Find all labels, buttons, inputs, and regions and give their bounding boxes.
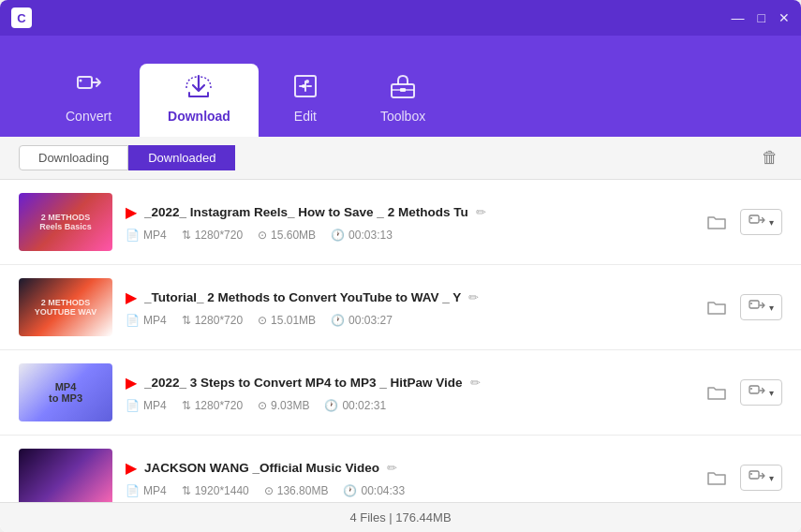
file-title-3: _2022_ 3 Steps to Convert MP4 to MP3 _ H… — [144, 376, 463, 390]
sub-tabs-bar: Downloading Downloaded 🗑 — [0, 137, 801, 180]
convert-icon — [76, 73, 102, 103]
trash-button[interactable]: 🗑 — [758, 144, 782, 171]
format-icon-3: 📄 — [126, 399, 140, 412]
duration-3: 00:02:31 — [342, 399, 386, 412]
title-bar: C — □ ✕ — [0, 0, 801, 36]
toolbox-icon — [390, 73, 416, 103]
format-4: MP4 — [143, 484, 167, 497]
edit-title-icon-4[interactable]: ✏ — [387, 461, 397, 475]
duration-1: 00:03:13 — [349, 229, 393, 242]
subtab-downloaded[interactable]: Downloaded — [128, 145, 235, 170]
resolution-1: 1280*720 — [195, 229, 243, 242]
clock-icon-4: 🕐 — [343, 484, 357, 497]
footer: 4 Files | 176.44MB — [0, 502, 801, 532]
convert-button-3[interactable]: ▾ — [740, 379, 782, 406]
file-list: 2 METHODSReels Basics ▶ _2022_ Instagram… — [0, 180, 801, 502]
svg-rect-6 — [400, 88, 406, 92]
list-item: ▶ JACKSON WANG _Official Music Video ✏ 📄… — [0, 436, 801, 502]
file-info-4: ▶ JACKSON WANG _Official Music Video ✏ 📄… — [126, 459, 690, 497]
format-3: MP4 — [143, 399, 167, 412]
download-label: Download — [168, 109, 230, 124]
resolution-4: 1920*1440 — [195, 484, 249, 497]
resolution-icon-4: ⇅ — [182, 484, 191, 497]
svg-rect-11 — [749, 386, 759, 393]
svg-rect-9 — [749, 301, 759, 308]
format-icon-1: 📄 — [126, 229, 140, 242]
duration-4: 00:04:33 — [361, 484, 405, 497]
clock-icon-3: 🕐 — [324, 399, 338, 412]
resolution-icon-2: ⇅ — [182, 314, 191, 327]
window-controls: — □ ✕ — [732, 11, 790, 24]
maximize-button[interactable]: □ — [758, 11, 765, 24]
tab-download[interactable]: Download — [140, 64, 259, 137]
youtube-icon: ▶ — [126, 459, 137, 477]
resolution-3: 1280*720 — [195, 399, 243, 412]
size-2: 15.01MB — [271, 314, 316, 327]
youtube-icon: ▶ — [126, 203, 137, 221]
minimize-button[interactable]: — — [732, 11, 745, 24]
download-icon — [185, 73, 212, 103]
file-actions-4: ▾ — [703, 464, 782, 492]
tab-edit[interactable]: Edit — [259, 64, 352, 137]
file-summary: 4 Files | 176.44MB — [349, 510, 451, 525]
file-info-1: ▶ _2022_ Instagram Reels_ How to Save _ … — [126, 203, 690, 242]
duration-2: 00:03:27 — [349, 314, 393, 327]
size-icon-4: ⊙ — [264, 484, 274, 497]
convert-button-4[interactable]: ▾ — [740, 465, 782, 491]
svg-rect-7 — [749, 215, 759, 223]
app-window: C — □ ✕ Convert — [0, 0, 801, 532]
nav-bar: Convert Download — [0, 36, 801, 137]
thumbnail-2: 2 METHODSYOUTUBE WAV — [19, 278, 112, 336]
list-item: MP4to MP3 ▶ _2022_ 3 Steps to Convert MP… — [0, 350, 801, 436]
list-item: 2 METHODSYOUTUBE WAV ▶ _Tutorial_ 2 Meth… — [0, 265, 801, 350]
thumbnail-3: MP4to MP3 — [19, 363, 112, 421]
svg-point-14 — [750, 473, 752, 475]
svg-point-10 — [750, 303, 752, 304]
open-folder-button-1[interactable] — [703, 208, 731, 236]
format-icon-4: 📄 — [126, 484, 140, 497]
size-3: 9.03MB — [271, 399, 309, 412]
clock-icon-1: 🕐 — [331, 229, 345, 242]
file-meta-2: 📄 MP4 ⇅ 1280*720 ⊙ 15.01MB 🕐 00:03:27 — [126, 314, 690, 327]
edit-title-icon-3[interactable]: ✏ — [470, 376, 481, 390]
chevron-icon-2: ▾ — [769, 303, 774, 313]
chevron-icon-1: ▾ — [769, 217, 774, 228]
toolbox-label: Toolbox — [380, 109, 425, 124]
file-actions-3: ▾ — [703, 378, 782, 406]
thumbnail-1: 2 METHODSReels Basics — [19, 193, 112, 251]
resolution-icon-3: ⇅ — [182, 399, 191, 412]
resolution-2: 1280*720 — [195, 314, 243, 327]
edit-label: Edit — [294, 109, 317, 124]
close-button[interactable]: ✕ — [779, 11, 790, 24]
open-folder-button-4[interactable] — [703, 464, 731, 492]
svg-point-3 — [302, 84, 305, 88]
convert-button-2[interactable]: ▾ — [740, 294, 782, 320]
file-meta-4: 📄 MP4 ⇅ 1920*1440 ⊙ 136.80MB 🕐 00:04:33 — [126, 484, 690, 497]
thumbnail-4 — [19, 449, 112, 502]
size-icon-3: ⊙ — [258, 399, 267, 412]
size-4: 136.80MB — [277, 484, 329, 497]
subtab-downloading[interactable]: Downloading — [19, 145, 128, 170]
open-folder-button-2[interactable] — [703, 293, 731, 321]
file-meta-3: 📄 MP4 ⇅ 1280*720 ⊙ 9.03MB 🕐 00:02:31 — [126, 399, 690, 412]
file-meta-1: 📄 MP4 ⇅ 1280*720 ⊙ 15.60MB 🕐 00:03:13 — [126, 229, 690, 242]
app-logo: C — [11, 7, 32, 28]
tab-convert[interactable]: Convert — [37, 64, 140, 137]
file-info-3: ▶ _2022_ 3 Steps to Convert MP4 to MP3 _… — [126, 374, 690, 412]
open-folder-button-3[interactable] — [703, 378, 731, 406]
convert-label: Convert — [66, 109, 111, 124]
tab-toolbox[interactable]: Toolbox — [352, 64, 453, 137]
format-icon-2: 📄 — [126, 314, 140, 327]
convert-button-1[interactable]: ▾ — [740, 209, 782, 235]
size-1: 15.60MB — [271, 229, 316, 242]
edit-title-icon-1[interactable]: ✏ — [476, 205, 486, 219]
clock-icon-2: 🕐 — [331, 314, 345, 327]
file-actions-1: ▾ — [703, 208, 782, 236]
youtube-icon: ▶ — [126, 374, 137, 392]
svg-rect-13 — [749, 471, 759, 479]
svg-point-4 — [305, 80, 309, 83]
svg-point-12 — [750, 388, 752, 390]
size-icon-1: ⊙ — [258, 229, 267, 242]
edit-title-icon-2[interactable]: ✏ — [468, 290, 479, 304]
list-item: 2 METHODSReels Basics ▶ _2022_ Instagram… — [0, 180, 801, 265]
